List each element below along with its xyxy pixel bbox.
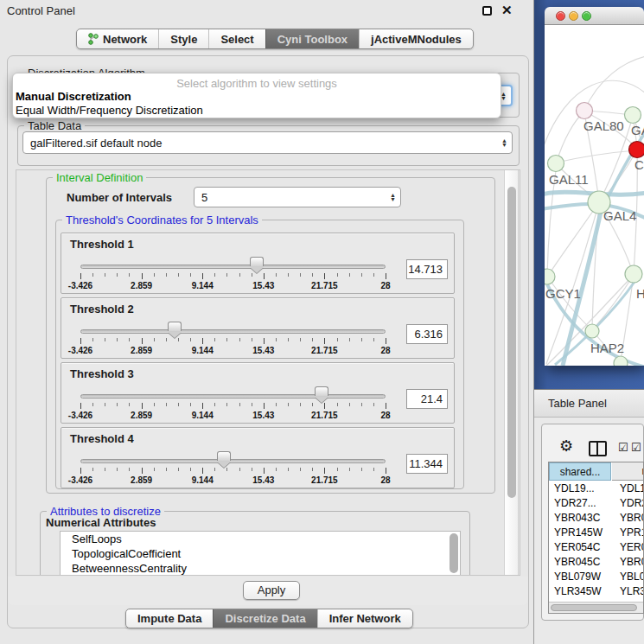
network-node-gcy1[interactable] (545, 269, 555, 284)
slider-tick (337, 403, 338, 406)
tab-network[interactable]: Network (77, 29, 158, 48)
tab-impute-data[interactable]: Impute Data (126, 609, 213, 628)
network-window-titlebar[interactable] (545, 7, 644, 25)
threshold-value-field[interactable]: 6.316 (406, 324, 448, 344)
vertical-scrollbar[interactable] (504, 170, 519, 576)
checkbox-icon[interactable]: ☑ (618, 441, 628, 454)
tab-cyni-toolbox[interactable]: Cyni Toolbox (265, 29, 359, 48)
table-row[interactable]: YBR043CYBR0... (549, 511, 644, 526)
network-node-gal11[interactable] (548, 156, 564, 172)
table-row[interactable]: YER054CYER0... (549, 540, 644, 555)
slider-tick (214, 338, 215, 341)
network-node-partial[interactable] (614, 356, 628, 366)
gear-icon[interactable]: ⚙ (559, 438, 573, 454)
slider-tick (276, 403, 277, 406)
threshold-panel-4: Threshold 4-3.4262.8599.14415.4321.71528… (61, 427, 455, 488)
slider-tick (166, 273, 167, 277)
table-row[interactable]: YLR345WYLR3... (549, 584, 644, 599)
tick-label: 28 (380, 346, 390, 355)
right-region: GAL80GACGAL11GAL4GCY1HHAP2 Table Panel ⚙… (534, 0, 644, 644)
table-row[interactable]: YPR145WYPR1... (549, 526, 644, 540)
tab-label: Infer Network (329, 612, 401, 625)
checkbox-icon[interactable]: ☑ (631, 441, 641, 454)
slider-tick (178, 403, 179, 406)
cell-shared-name: YLR345W (554, 584, 602, 599)
tab-jactivemnodules[interactable]: jActiveMNodules (359, 29, 473, 48)
slider-tick (129, 273, 130, 277)
threshold-value-field[interactable]: 21.4 (406, 389, 448, 409)
slider-tick (92, 273, 93, 277)
network-node-h[interactable] (625, 265, 642, 283)
tick-label: 9.144 (192, 346, 214, 355)
table-row[interactable]: YBR045CYBR0... (549, 555, 644, 570)
tab-infer-network[interactable]: Infer Network (317, 609, 412, 628)
close-icon[interactable]: ✕ (501, 3, 513, 18)
slider-tick (324, 403, 325, 409)
tab-style[interactable]: Style (158, 29, 208, 48)
threshold-value-field[interactable]: 11.344 (406, 454, 448, 474)
table-data-combo[interactable]: galFiltered.sif default node ▲▼ (22, 131, 513, 154)
table-row[interactable]: YDL19...YDL1... (549, 481, 644, 496)
thresholds-legend: Threshold's Coordinates for 5 Intervals (62, 214, 262, 226)
slider-handle[interactable] (315, 386, 328, 396)
list-scrollbar-thumb[interactable] (450, 533, 458, 573)
attribute-item-topologicalcoefficient[interactable]: TopologicalCoefficient (61, 546, 460, 561)
apply-button[interactable]: Apply (243, 581, 300, 600)
vertical-scrollbar-thumb[interactable] (507, 187, 516, 498)
attribute-item-betweennesscentrality[interactable]: BetweennessCentrality (61, 561, 460, 576)
tab-select[interactable]: Select (208, 29, 265, 48)
network-canvas[interactable]: GAL80GACGAL11GAL4GCY1HHAP2 (545, 25, 644, 366)
slider-tick (337, 338, 338, 341)
zoom-traffic-light[interactable] (582, 11, 591, 21)
thresholds-fieldset: Threshold's Coordinates for 5 Intervals … (55, 220, 464, 489)
table-row[interactable]: YBL079WYBL0... (549, 570, 644, 584)
node-attribute-table[interactable]: shared...name YDL19...YDL1...YDR27...YDR… (548, 462, 644, 614)
tab-label: Network (103, 33, 147, 46)
network-node-hap2[interactable] (585, 324, 599, 338)
slider-tick (129, 403, 130, 406)
column-header-name[interactable]: name (612, 462, 644, 481)
slider-tick (324, 468, 325, 474)
number-of-intervals-combo[interactable]: 5 ▲▼ (194, 187, 401, 207)
slider-tick (226, 273, 227, 277)
dropdown-option-equal-width-frequency-discretization[interactable]: Equal Width/Frequency Discretization (13, 104, 501, 118)
minimize-traffic-light[interactable] (569, 11, 578, 21)
horizontal-scrollbar-thumb[interactable] (551, 604, 637, 611)
table-data-legend: Table Data (24, 119, 85, 132)
slider-track[interactable] (80, 265, 386, 269)
threshold-value-field[interactable]: 14.713 (406, 259, 448, 279)
network-icon (88, 33, 99, 45)
network-node-ga[interactable] (625, 107, 641, 124)
slider-tick (324, 338, 325, 344)
slider-track[interactable] (80, 459, 386, 463)
slider-handle[interactable] (168, 322, 182, 331)
slider-track[interactable] (80, 329, 386, 334)
table-panel-body: ⚙ ☑ ☑ shared...name YDL19...YDL1...YDR27… (534, 418, 644, 644)
table-row[interactable]: YDR27...YDR2... (549, 496, 644, 511)
cell-shared-name: YER054C (554, 540, 600, 555)
slider-tick (300, 468, 301, 471)
attribute-list[interactable]: SelfLoopsTopologicalCoefficientBetweenne… (60, 531, 461, 576)
slider-tick (312, 338, 313, 341)
slider-tick (361, 338, 362, 341)
tab-discretize-data[interactable]: Discretize Data (213, 609, 316, 628)
slider-tick (361, 403, 362, 406)
attribute-item-selfloops[interactable]: SelfLoops (61, 532, 460, 546)
slider-handle[interactable] (217, 451, 231, 461)
dropdown-option-manual-discretization[interactable]: Manual Discretization (13, 90, 501, 104)
slider-track[interactable] (80, 394, 386, 399)
split-view-icon[interactable] (589, 441, 607, 456)
threshold-title: Threshold 3 (70, 367, 134, 380)
network-node-gal80[interactable] (577, 103, 593, 119)
network-node-c[interactable] (629, 142, 644, 158)
slider-tick (337, 273, 338, 277)
horizontal-scrollbar[interactable] (549, 602, 643, 613)
slider-tick (288, 273, 289, 277)
slider-tick (239, 273, 240, 277)
close-traffic-light[interactable] (556, 11, 565, 21)
tick-label: 21.715 (311, 475, 338, 485)
slider-handle[interactable] (250, 257, 264, 266)
column-header-shared[interactable]: shared... (549, 462, 611, 481)
slider-tick (202, 403, 203, 409)
float-window-icon[interactable] (482, 6, 492, 16)
